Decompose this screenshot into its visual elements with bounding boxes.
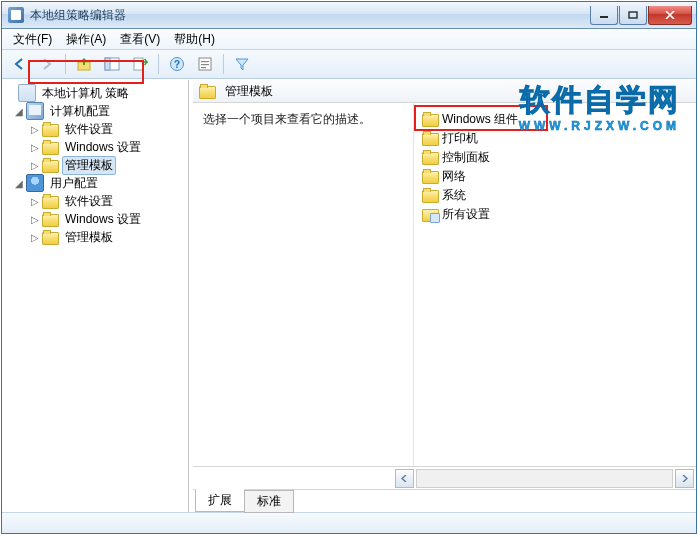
expand-toggle[interactable]: ▷ <box>28 196 42 207</box>
scroll-right-button[interactable] <box>675 469 694 488</box>
tree-label: 软件设置 <box>62 120 116 139</box>
app-icon <box>8 7 24 23</box>
tree-software-settings-u[interactable]: ▷ 软件设置 <box>2 192 188 210</box>
body: 本地计算机 策略 ◢ 计算机配置 ▷ <box>2 79 696 512</box>
tree-pane[interactable]: 本地计算机 策略 ◢ 计算机配置 ▷ <box>2 80 189 512</box>
folder-icon <box>199 86 216 99</box>
tab-extended[interactable]: 扩展 <box>195 489 245 512</box>
export-list-icon <box>132 56 148 72</box>
menu-view[interactable]: 查看(V) <box>113 29 167 50</box>
expand-toggle[interactable]: ▷ <box>28 232 42 243</box>
folder-icon <box>422 114 439 127</box>
tree-windows-settings-u[interactable]: ▷ Windows 设置 <box>2 210 188 228</box>
scroll-left-button[interactable] <box>395 469 414 488</box>
statusbar <box>2 512 696 533</box>
tree-label: 计算机配置 <box>47 102 113 121</box>
list-item-all-settings[interactable]: 所有设置 <box>420 205 690 223</box>
description-text: 选择一个项目来查看它的描述。 <box>203 112 371 126</box>
list-item-label: 系统 <box>442 187 466 204</box>
svg-rect-4 <box>105 58 110 70</box>
filter-button[interactable] <box>229 51 255 77</box>
list-item-network[interactable]: 网络 <box>420 167 690 185</box>
svg-rect-11 <box>201 67 206 68</box>
expand-toggle[interactable]: ▷ <box>28 142 42 153</box>
titlebar[interactable]: 本地组策略编辑器 <box>2 2 696 29</box>
toolbar-separator <box>223 54 224 74</box>
horizontal-scrollbar[interactable] <box>193 466 696 489</box>
properties-button[interactable] <box>192 51 218 77</box>
tree-admin-templates-u[interactable]: ▷ 管理模板 <box>2 228 188 246</box>
list-item-label: 网络 <box>442 168 466 185</box>
expand-toggle[interactable]: ◢ <box>12 106 26 117</box>
description-pane: 选择一个项目来查看它的描述。 <box>193 103 413 466</box>
tree-computer-config[interactable]: ◢ 计算机配置 <box>2 102 188 120</box>
list-item-label: Windows 组件 <box>442 111 518 128</box>
help-icon: ? <box>169 56 185 72</box>
close-button[interactable] <box>648 6 692 25</box>
minimize-icon <box>599 11 609 19</box>
header-title: 管理模板 <box>225 83 273 100</box>
tree-label: 软件设置 <box>62 192 116 211</box>
expand-toggle[interactable]: ▷ <box>28 124 42 135</box>
tree-windows-settings[interactable]: ▷ Windows 设置 <box>2 138 188 156</box>
tree-root[interactable]: 本地计算机 策略 <box>2 84 188 102</box>
menu-help[interactable]: 帮助(H) <box>167 29 222 50</box>
svg-rect-1 <box>629 12 637 18</box>
expand-toggle[interactable]: ▷ <box>28 160 42 171</box>
folder-icon <box>422 171 439 184</box>
folder-icon <box>42 124 59 137</box>
tab-standard[interactable]: 标准 <box>244 490 294 513</box>
list-item-label: 打印机 <box>442 130 478 147</box>
policy-root-icon <box>18 84 36 102</box>
tree-label: 用户配置 <box>47 174 101 193</box>
tree-toggle-button[interactable] <box>99 51 125 77</box>
properties-icon <box>197 56 213 72</box>
expand-toggle[interactable]: ◢ <box>12 178 26 189</box>
list-item-system[interactable]: 系统 <box>420 186 690 204</box>
minimize-button[interactable] <box>590 6 618 25</box>
tree-admin-templates-selected[interactable]: ▷ 管理模板 <box>2 156 188 174</box>
forward-arrow-icon <box>39 56 55 72</box>
scroll-track[interactable] <box>416 469 673 488</box>
list-pane[interactable]: Windows 组件 打印机 控制面板 网络 <box>414 103 696 466</box>
svg-rect-0 <box>600 16 608 18</box>
list-item-windows-components[interactable]: Windows 组件 <box>420 110 690 128</box>
list-item-control-panel[interactable]: 控制面板 <box>420 148 690 166</box>
close-icon <box>665 11 675 19</box>
chevron-right-icon <box>681 475 688 482</box>
maximize-icon <box>628 11 638 19</box>
folder-icon <box>42 214 59 227</box>
up-button[interactable] <box>71 51 97 77</box>
list-item-label: 所有设置 <box>442 206 490 223</box>
menu-action[interactable]: 操作(A) <box>59 29 113 50</box>
funnel-icon <box>234 56 250 72</box>
menubar: 文件(F) 操作(A) 查看(V) 帮助(H) <box>2 29 696 50</box>
column-header[interactable]: 管理模板 <box>193 80 696 103</box>
tree-label: 本地计算机 策略 <box>39 84 132 103</box>
menu-file[interactable]: 文件(F) <box>6 29 59 50</box>
tree-software-settings[interactable]: ▷ 软件设置 <box>2 120 188 138</box>
svg-rect-9 <box>201 61 209 62</box>
svg-rect-5 <box>134 58 143 70</box>
folder-icon <box>422 152 439 165</box>
maximize-button[interactable] <box>619 6 647 25</box>
gpedit-window: 本地组策略编辑器 文件(F) 操作(A) 查看(V) 帮助(H) <box>1 1 697 534</box>
back-button[interactable] <box>6 51 32 77</box>
tree-user-config[interactable]: ◢ 用户配置 <box>2 174 188 192</box>
window-title: 本地组策略编辑器 <box>30 7 589 24</box>
svg-rect-10 <box>201 64 209 65</box>
help-button[interactable]: ? <box>164 51 190 77</box>
tree-label: 管理模板 <box>62 228 116 247</box>
export-button[interactable] <box>127 51 153 77</box>
forward-button[interactable] <box>34 51 60 77</box>
expand-toggle[interactable]: ▷ <box>28 214 42 225</box>
back-arrow-icon <box>11 56 27 72</box>
list-item-printers[interactable]: 打印机 <box>420 129 690 147</box>
toolbar-separator <box>65 54 66 74</box>
folder-icon <box>42 232 59 245</box>
tree-label: Windows 设置 <box>62 138 144 157</box>
folder-icon <box>422 190 439 203</box>
all-settings-icon <box>422 209 439 222</box>
folder-icon <box>422 133 439 146</box>
panes-icon <box>104 56 120 72</box>
